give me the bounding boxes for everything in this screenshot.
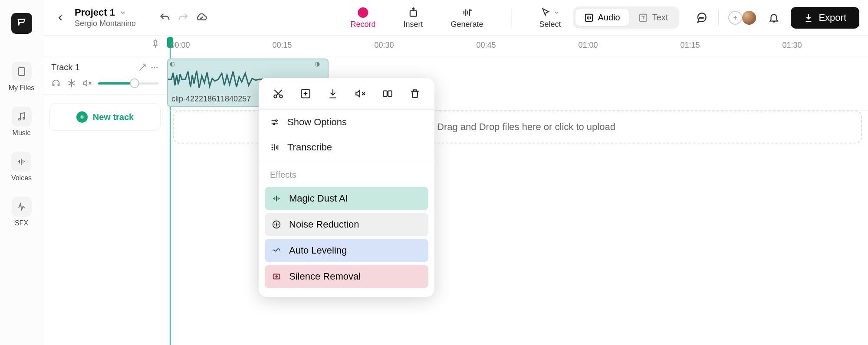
snowflake-icon[interactable] (67, 78, 76, 88)
project-block[interactable]: Project 1 Sergio Montanino (75, 7, 136, 28)
volume-thumb[interactable] (130, 78, 139, 88)
track-name: Track 1 (51, 62, 80, 72)
chevron-down-icon (554, 10, 560, 16)
voices-icon (11, 152, 31, 172)
redo-button[interactable] (176, 10, 191, 25)
effect-silence-label: Silence Removal (289, 271, 361, 282)
svg-point-11 (156, 67, 158, 68)
silence-icon (272, 272, 281, 281)
rail-music-label: Music (13, 129, 31, 137)
mode-text[interactable]: Text (630, 9, 677, 26)
ruler-tick: 01:15 (680, 41, 700, 50)
volume-slider[interactable] (98, 82, 159, 85)
add-button[interactable] (298, 86, 313, 101)
svg-point-6 (700, 17, 700, 18)
record-label: Record (350, 20, 375, 29)
project-owner: Sergio Montanino (75, 19, 136, 28)
text-icon (638, 13, 648, 23)
notifications-button[interactable] (766, 10, 781, 25)
effects-heading: Effects (259, 164, 434, 184)
rail-voices[interactable]: Voices (11, 152, 32, 182)
insert-label: Insert (403, 20, 423, 29)
rail-my-files[interactable]: My Files (9, 62, 35, 92)
track-header: Track 1 (43, 56, 167, 94)
add-collaborator-icon (728, 11, 742, 25)
clip-label: clip-422218611840257 (171, 94, 251, 104)
project-title: Project 1 (75, 7, 115, 18)
sliders-icon (270, 117, 279, 127)
collaborators[interactable] (728, 10, 757, 26)
effect-magic-dust[interactable]: Magic Dust AI (265, 187, 428, 210)
rail-sfx-label: SFX (15, 219, 28, 227)
new-track-label: New track (93, 112, 134, 122)
leveling-icon (272, 246, 281, 255)
rail-music[interactable]: Music (12, 107, 32, 137)
topbar: Project 1 Sergio Montanino Record Insert… (43, 0, 868, 36)
record-icon (358, 7, 368, 18)
svg-point-2 (23, 117, 25, 119)
comments-button[interactable] (694, 10, 709, 25)
app-logo[interactable] (11, 13, 32, 34)
music-icon (12, 107, 32, 127)
svg-point-10 (154, 67, 155, 68)
tracks-panel: Track 1 + New track (43, 36, 167, 345)
undo-button[interactable] (158, 10, 172, 25)
transcribe-item[interactable]: Transcribe (259, 135, 434, 160)
mode-audio[interactable]: Audio (575, 9, 629, 26)
plus-icon: + (76, 111, 88, 123)
chevron-down-icon (119, 9, 126, 16)
svg-point-17 (276, 120, 277, 122)
sfx-icon (12, 197, 32, 217)
track-more-icon[interactable] (150, 63, 159, 72)
rail-sfx[interactable]: SFX (12, 197, 32, 227)
duplicate-button[interactable] (380, 86, 395, 101)
files-icon (12, 62, 32, 81)
delete-button[interactable] (407, 86, 423, 101)
cursor-icon (541, 7, 551, 18)
time-ruler[interactable]: 00:00 00:15 00:30 00:45 01:00 01:15 01:3… (167, 36, 868, 56)
center-actions: Record Insert Generate Select (350, 6, 561, 29)
back-button[interactable] (52, 10, 69, 26)
noise-icon (272, 220, 281, 229)
generate-button[interactable]: Generate (450, 6, 483, 29)
svg-point-9 (151, 67, 153, 68)
select-button[interactable]: Select (539, 6, 561, 29)
download-icon (804, 13, 813, 23)
ruler-tick: 01:30 (782, 41, 802, 50)
effect-silence-removal[interactable]: Silence Removal (265, 265, 428, 288)
cloud-sync-button[interactable] (194, 10, 209, 25)
generate-icon (461, 6, 473, 19)
ruler-tick: 00:45 (476, 41, 496, 50)
mode-text-label: Text (652, 13, 668, 23)
pin-icon[interactable] (151, 39, 160, 49)
ruler-tick: 01:00 (578, 41, 598, 50)
effect-noise-reduction[interactable]: Noise Reduction (265, 213, 428, 236)
generate-label: Generate (450, 20, 483, 29)
insert-button[interactable]: Insert (403, 6, 423, 29)
transcribe-icon (270, 143, 279, 152)
show-options-item[interactable]: Show Options (259, 110, 434, 135)
export-button[interactable]: Export (791, 7, 859, 29)
effect-auto-label: Auto Leveling (289, 245, 347, 256)
cut-button[interactable] (270, 86, 286, 101)
sparkle-wave-icon (272, 194, 281, 203)
download-button[interactable] (325, 86, 341, 101)
svg-rect-15 (383, 91, 387, 97)
effect-auto-leveling[interactable]: Auto Leveling (265, 239, 428, 262)
mute-clip-button[interactable] (352, 86, 368, 101)
dropzone-text: Drag and Drop files here or click to upl… (437, 121, 615, 133)
svg-rect-16 (388, 91, 392, 97)
headphones-icon[interactable] (51, 78, 61, 88)
svg-rect-3 (410, 11, 416, 16)
svg-point-7 (701, 17, 702, 18)
new-track-button[interactable]: + New track (49, 103, 161, 131)
rail-my-files-label: My Files (9, 84, 35, 92)
mute-icon[interactable] (82, 78, 92, 88)
track-fx-icon[interactable] (138, 63, 147, 72)
show-options-label: Show Options (287, 117, 347, 128)
audio-icon (584, 13, 594, 23)
transcribe-label: Transcribe (287, 142, 332, 153)
svg-point-18 (273, 123, 275, 125)
record-button[interactable]: Record (350, 6, 375, 29)
effect-noise-label: Noise Reduction (289, 219, 359, 230)
